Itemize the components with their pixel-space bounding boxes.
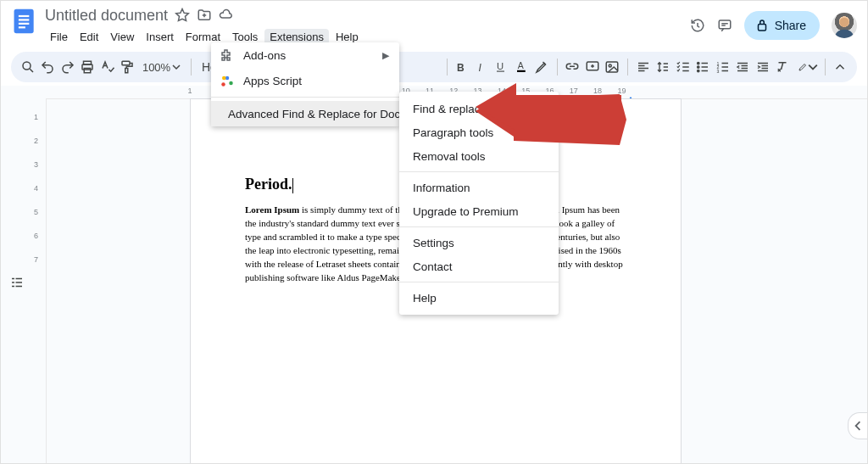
svg-point-32 <box>222 76 226 81</box>
comments-icon[interactable] <box>717 18 732 33</box>
print-icon[interactable] <box>79 57 95 77</box>
align-icon[interactable] <box>635 57 651 77</box>
svg-rect-4 <box>19 26 25 28</box>
spellcheck-icon[interactable] <box>99 57 115 77</box>
svg-point-24 <box>698 66 699 68</box>
svg-rect-3 <box>19 23 29 25</box>
highlight-icon[interactable] <box>533 57 549 77</box>
svg-point-22 <box>609 64 612 67</box>
extensions-addons[interactable]: Add-ons ▶ <box>211 42 399 68</box>
text-color-icon[interactable]: A <box>514 57 530 77</box>
svg-text:A: A <box>517 60 523 70</box>
svg-rect-0 <box>14 9 34 33</box>
svg-text:3: 3 <box>716 69 719 74</box>
svg-point-23 <box>698 62 699 64</box>
extensions-apps-script[interactable]: Apps Script <box>211 68 399 93</box>
svg-point-25 <box>698 70 699 71</box>
svg-text:U: U <box>497 61 504 71</box>
text-cursor <box>292 178 293 193</box>
afr-removal-tools[interactable]: Removal tools <box>399 144 559 168</box>
italic-icon[interactable]: I <box>474 57 490 77</box>
header: Untitled document File Edit View Insert … <box>1 1 867 52</box>
indent-increase-icon[interactable] <box>754 57 771 77</box>
docs-logo-icon <box>11 8 38 35</box>
afr-find-replace[interactable]: Find & replace <box>399 97 559 120</box>
collapse-toolbar-icon[interactable] <box>832 57 849 77</box>
svg-rect-1 <box>19 15 29 17</box>
menu-edit[interactable]: Edit <box>75 29 103 45</box>
menu-file[interactable]: File <box>45 29 73 45</box>
extensions-afr[interactable]: Advanced Find & Replace for Docs ▶ <box>211 101 399 126</box>
search-icon[interactable] <box>19 57 36 77</box>
indent-decrease-icon[interactable] <box>734 57 750 77</box>
svg-rect-6 <box>758 25 765 31</box>
underline-icon[interactable]: U <box>493 57 509 77</box>
paint-format-icon[interactable] <box>119 57 135 77</box>
svg-rect-19 <box>517 70 526 72</box>
svg-rect-2 <box>19 19 29 20</box>
share-button[interactable]: Share <box>744 11 820 40</box>
insert-image-icon[interactable] <box>604 57 620 77</box>
menu-view[interactable]: View <box>105 29 139 45</box>
svg-point-31 <box>229 81 233 86</box>
outline-icon[interactable] <box>9 101 25 463</box>
afr-submenu: Find & replace Paragraph tools Removal t… <box>399 92 559 315</box>
document-title[interactable]: Untitled document <box>45 7 168 25</box>
svg-point-7 <box>839 18 849 27</box>
svg-rect-12 <box>122 61 130 65</box>
vertical-ruler: 1234567 <box>33 86 47 463</box>
header-actions: Share <box>690 11 857 40</box>
bulleted-list-icon[interactable] <box>694 57 710 77</box>
svg-point-29 <box>221 82 225 87</box>
move-icon[interactable] <box>197 8 212 23</box>
clear-formatting-icon[interactable] <box>774 57 790 77</box>
avatar[interactable] <box>832 13 857 38</box>
chevron-right-icon: ▶ <box>382 50 389 61</box>
svg-text:I: I <box>478 62 481 74</box>
title-area: Untitled document File Edit View Insert … <box>45 6 690 47</box>
afr-settings[interactable]: Settings <box>399 231 559 254</box>
puzzle-icon <box>220 48 235 63</box>
left-gutter <box>1 86 33 463</box>
editing-mode-icon[interactable] <box>798 57 818 77</box>
zoom-select[interactable]: 100% <box>139 61 184 74</box>
bold-icon[interactable]: B <box>453 57 470 77</box>
svg-point-8 <box>23 62 31 70</box>
svg-rect-5 <box>719 20 731 29</box>
undo-icon[interactable] <box>39 57 55 77</box>
afr-upgrade[interactable]: Upgrade to Premium <box>399 199 559 223</box>
share-button-label: Share <box>775 19 806 32</box>
add-comment-icon[interactable] <box>584 57 600 77</box>
redo-icon[interactable] <box>59 57 75 77</box>
history-icon[interactable] <box>690 18 705 33</box>
cloud-status-icon[interactable] <box>219 8 234 23</box>
line-spacing-icon[interactable] <box>654 57 670 77</box>
link-icon[interactable] <box>565 57 581 77</box>
svg-rect-13 <box>125 69 128 73</box>
afr-contact[interactable]: Contact <box>399 254 559 278</box>
svg-rect-21 <box>607 62 619 72</box>
menu-insert[interactable]: Insert <box>141 29 179 45</box>
afr-information[interactable]: Information <box>399 176 559 199</box>
star-icon[interactable] <box>175 8 190 23</box>
apps-script-icon <box>220 73 235 88</box>
checklist-icon[interactable] <box>675 57 691 77</box>
svg-text:B: B <box>457 62 465 74</box>
afr-paragraph-tools[interactable]: Paragraph tools <box>399 120 559 144</box>
extensions-dropdown: Add-ons ▶ Apps Script Advanced Find & Re… <box>211 42 399 126</box>
explore-fab[interactable] <box>848 412 867 439</box>
afr-help[interactable]: Help <box>399 286 559 310</box>
numbered-list-icon[interactable]: 123 <box>715 57 731 77</box>
svg-rect-17 <box>497 71 504 72</box>
toolbar: 100% Headi B I U A 123 <box>11 52 857 82</box>
